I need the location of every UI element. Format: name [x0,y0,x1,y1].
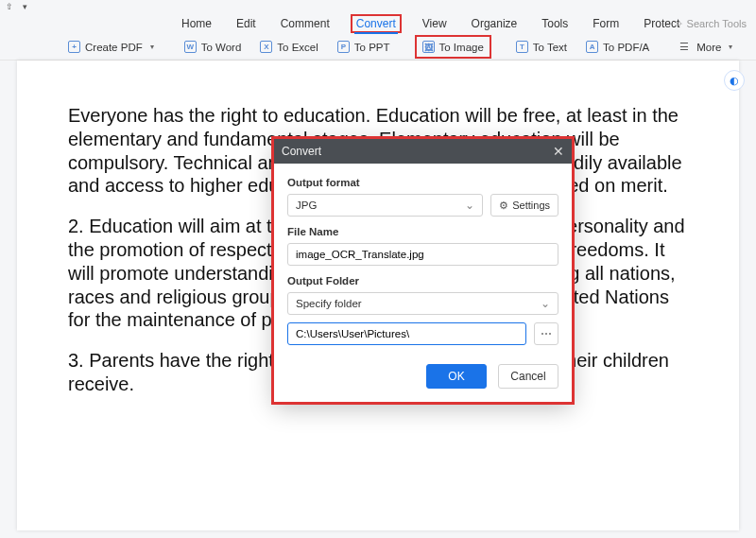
titlebar: ⇧ ▾ [0,0,756,13]
cancel-button[interactable]: Cancel [498,364,558,389]
close-icon[interactable]: ✕ [553,144,564,159]
ok-button[interactable]: OK [426,364,487,389]
menu-convert-highlight: Convert [351,14,402,33]
main-menu: Home Edit Comment Convert View Organize … [0,13,756,34]
menu-tools[interactable]: Tools [540,15,570,32]
output-folder-label: Output Folder [287,275,558,286]
browse-folder-button[interactable]: ⋯ [534,322,558,345]
plus-icon: + [68,41,80,53]
to-word-label: To Word [201,42,242,53]
to-word-button[interactable]: W To Word [180,38,246,56]
to-excel-button[interactable]: X To Excel [256,38,321,56]
word-icon: W [184,41,197,53]
more-label: More [696,42,721,53]
dropdown-icon[interactable]: ▾ [23,2,32,11]
dialog-title: Convert [282,145,321,158]
output-folder-select[interactable]: Specify folder [287,292,558,315]
create-pdf-label: Create PDF [85,42,143,53]
menu-comment[interactable]: Comment [279,15,332,32]
to-ppt-button[interactable]: P To PPT [334,38,394,56]
more-icon: ☰ [679,41,692,53]
file-name-input[interactable] [287,243,558,266]
share-icon[interactable]: ⇧ [6,2,15,11]
to-excel-label: To Excel [277,42,318,53]
assist-badge-icon[interactable]: ◐ [724,70,745,91]
app-root: ⇧ ▾ Home Edit Comment Convert View Organ… [0,0,756,538]
output-format-value: JPG [296,200,317,211]
to-pdfa-label: To PDF/A [603,42,649,53]
menu-view[interactable]: View [421,15,449,32]
pdfa-icon: A [586,41,598,53]
to-ppt-label: To PPT [354,42,390,53]
menu-convert[interactable]: Convert [354,15,398,34]
to-image-button[interactable]: 🖼 To Image [419,38,488,56]
dialog-body: Output format JPG Settings File Name Out… [274,164,572,402]
to-image-highlight: 🖼 To Image [415,35,491,59]
to-image-label: To Image [439,42,484,53]
text-icon: T [516,41,528,53]
dialog-footer: OK Cancel [287,364,558,389]
to-text-label: To Text [533,42,567,53]
menu-home[interactable]: Home [180,15,214,32]
ppt-icon: P [337,41,350,53]
settings-label: Settings [512,200,550,211]
file-name-label: File Name [287,226,558,237]
menu-edit[interactable]: Edit [234,15,258,32]
to-text-button[interactable]: T To Text [512,38,571,56]
search-placeholder: Search Tools [687,18,747,29]
more-button[interactable]: ☰ More [676,38,736,56]
search-tools[interactable]: ✧ Search Tools [675,18,747,30]
output-folder-path-input[interactable] [287,322,526,345]
output-folder-select-value: Specify folder [296,298,362,309]
menu-form[interactable]: Form [591,15,621,32]
settings-button[interactable]: Settings [490,194,558,217]
output-format-select[interactable]: JPG [287,194,483,217]
excel-icon: X [260,41,272,53]
output-format-label: Output format [287,177,558,188]
convert-toolbar: + Create PDF W To Word X To Excel P To P… [0,34,756,61]
menu-organize[interactable]: Organize [470,15,520,32]
image-icon: 🖼 [422,41,435,53]
convert-dialog: Convert ✕ Output format JPG Settings Fil… [274,139,572,402]
search-icon: ✧ [675,18,683,30]
create-pdf-button[interactable]: + Create PDF [64,38,158,56]
to-pdfa-button[interactable]: A To PDF/A [582,38,653,56]
dialog-titlebar[interactable]: Convert ✕ [274,139,572,164]
